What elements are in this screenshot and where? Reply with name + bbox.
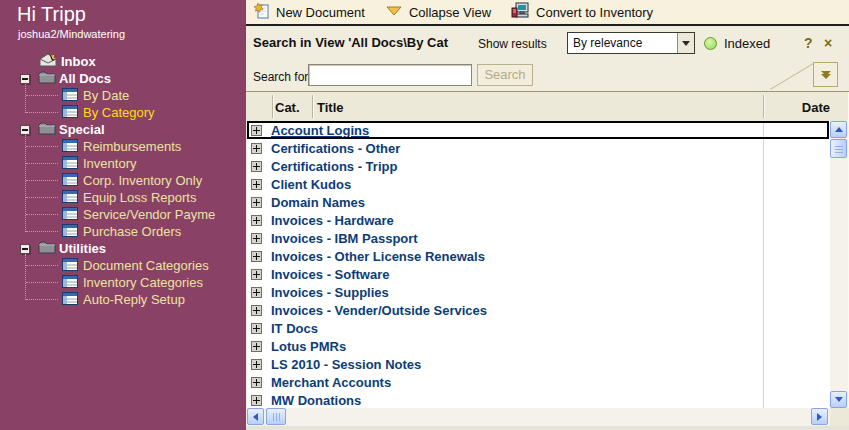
scroll-right-button[interactable] [811, 408, 828, 425]
table-row[interactable]: Certifications - Tripp [247, 157, 830, 175]
expand-plus-icon[interactable] [251, 179, 262, 190]
sidebar-item-by-date[interactable]: By Date [0, 87, 246, 104]
expand-plus-icon[interactable] [251, 377, 262, 388]
table-row[interactable]: MW Donations [247, 391, 830, 408]
expand-plus-icon[interactable] [251, 251, 262, 262]
expand-plus-icon[interactable] [251, 341, 262, 352]
expand-plus-icon[interactable] [251, 125, 262, 136]
view-icon [62, 257, 78, 274]
category-title[interactable]: Invoices - Vender/Outside Services [271, 303, 487, 318]
expand-plus-icon[interactable] [251, 305, 262, 316]
sidebar-item-special[interactable]: Special [0, 121, 246, 138]
more-options-button[interactable] [813, 62, 838, 87]
collapse-expander-icon[interactable] [20, 125, 30, 135]
category-title[interactable]: Domain Names [271, 195, 365, 210]
column-header-date[interactable]: Date [802, 100, 830, 115]
indexed-label: Indexed [724, 36, 770, 51]
category-title[interactable]: MW Donations [271, 393, 361, 408]
sidebar-item-utilities[interactable]: Utilities [0, 240, 246, 257]
category-title[interactable]: IT Docs [271, 321, 318, 336]
expand-plus-icon[interactable] [251, 287, 262, 298]
sidebar-item-service-vendor-payme[interactable]: Service/Vendor Payme [0, 206, 246, 223]
expand-plus-icon[interactable] [251, 215, 262, 226]
sidebar-item-purchase-orders[interactable]: Purchase Orders [0, 223, 246, 240]
category-title[interactable]: Account Logins [271, 123, 369, 138]
date-column-line [763, 121, 764, 408]
expand-plus-icon[interactable] [251, 143, 262, 154]
collapse-expander-icon[interactable] [20, 74, 30, 84]
sidebar-item-equip-loss-reports[interactable]: Equip Loss Reports [0, 189, 246, 206]
new-document-button[interactable]: New Document [253, 2, 365, 22]
vertical-scroll-thumb[interactable] [830, 139, 847, 158]
expand-plus-icon[interactable] [251, 269, 262, 280]
horizontal-scroll-thumb[interactable] [266, 408, 286, 425]
close-search-button[interactable]: × [824, 35, 832, 51]
user-greeting: Hi Tripp [0, 0, 246, 26]
category-title[interactable]: Invoices - Hardware [271, 213, 394, 228]
table-row[interactable]: Invoices - Vender/Outside Services [247, 301, 830, 319]
convert-to-inventory-icon [511, 2, 530, 23]
scroll-up-button[interactable] [830, 121, 847, 138]
sidebar-item-all-docs[interactable]: All Docs [0, 70, 246, 87]
sidebar-item-corp-inventory-only[interactable]: Corp. Inventory Only [0, 172, 246, 189]
table-row[interactable]: IT Docs [247, 319, 830, 337]
column-header-title[interactable]: Title [317, 100, 344, 115]
category-title[interactable]: Invoices - IBM Passport [271, 231, 418, 246]
table-row[interactable]: Invoices - Hardware [247, 211, 830, 229]
table-row[interactable]: Certifications - Other [247, 139, 830, 157]
table-row[interactable]: Invoices - IBM Passport [247, 229, 830, 247]
sidebar-item-inbox[interactable]: Inbox [0, 53, 246, 70]
collapse-expander-icon[interactable] [20, 244, 30, 254]
sidebar-item-inventory[interactable]: Inventory [0, 155, 246, 172]
expand-plus-icon[interactable] [251, 395, 262, 406]
category-title[interactable]: Lotus PMRs [271, 339, 346, 354]
sidebar-item-inventory-categories[interactable]: Inventory Categories [0, 274, 246, 291]
category-title[interactable]: Client Kudos [271, 177, 351, 192]
sort-order-dropdown[interactable]: By relevance [567, 32, 695, 54]
table-row[interactable]: Client Kudos [247, 175, 830, 193]
category-title[interactable]: Certifications - Other [271, 141, 400, 156]
scroll-left-button[interactable] [247, 408, 264, 425]
double-chevron-down-icon [821, 74, 831, 79]
table-row[interactable]: LS 2010 - Session Notes [247, 355, 830, 373]
table-row[interactable]: Invoices - Software [247, 265, 830, 283]
view-icon [62, 223, 78, 240]
vertical-scrollbar[interactable] [830, 121, 848, 408]
expand-plus-icon[interactable] [251, 197, 262, 208]
table-row[interactable]: Lotus PMRs [247, 337, 830, 355]
sidebar-item-auto-reply-setup[interactable]: Auto-Reply Setup [0, 291, 246, 308]
sidebar-item-reimbursements[interactable]: Reimbursements [0, 138, 246, 155]
sidebar-item-by-category[interactable]: By Category [0, 104, 246, 121]
table-row[interactable]: Merchant Accounts [247, 373, 830, 391]
category-title[interactable]: Invoices - Supplies [271, 285, 389, 300]
table-row[interactable]: Invoices - Supplies [247, 283, 830, 301]
search-button[interactable]: Search [477, 64, 533, 86]
sidebar-item-label: Document Categories [83, 258, 209, 273]
help-button[interactable]: ? [804, 35, 813, 51]
category-title[interactable]: Invoices - Other License Renewals [271, 249, 485, 264]
expand-plus-icon[interactable] [251, 323, 262, 334]
column-header-cat[interactable]: Cat. [275, 100, 300, 115]
table-row[interactable]: Domain Names [247, 193, 830, 211]
table-row[interactable]: Invoices - Other License Renewals [247, 247, 830, 265]
collapse-view-button[interactable]: Collapse View [385, 4, 491, 20]
category-title[interactable]: LS 2010 - Session Notes [271, 357, 421, 372]
expand-plus-icon[interactable] [251, 233, 262, 244]
table-row[interactable]: Account Logins [247, 121, 830, 139]
search-input[interactable] [308, 64, 472, 86]
expand-plus-icon[interactable] [251, 161, 262, 172]
expand-plus-icon[interactable] [251, 359, 262, 370]
convert-to-inventory-button[interactable]: Convert to Inventory [511, 2, 653, 23]
indexed-status-icon [704, 37, 717, 50]
sidebar-group-special: ReimbursementsInventoryCorp. Inventory O… [0, 138, 246, 240]
sidebar-item-document-categories[interactable]: Document Categories [0, 257, 246, 274]
category-title[interactable]: Merchant Accounts [271, 375, 391, 390]
view-icon [62, 155, 78, 172]
dropdown-arrow-button[interactable] [677, 33, 694, 53]
sidebar-item-label: Auto-Reply Setup [83, 292, 185, 307]
category-title[interactable]: Certifications - Tripp [271, 159, 397, 174]
horizontal-scrollbar[interactable] [247, 408, 830, 426]
category-title[interactable]: Invoices - Software [271, 267, 389, 282]
view-icon [62, 274, 78, 291]
scroll-down-button[interactable] [830, 391, 847, 408]
